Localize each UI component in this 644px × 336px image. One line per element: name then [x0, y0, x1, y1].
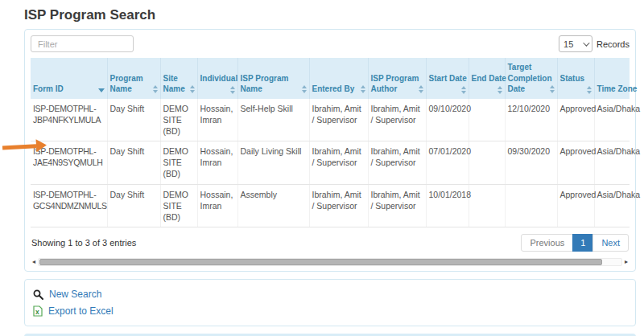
- sort-both-icon: [361, 85, 365, 93]
- table-header-row: Form ID Program Name Site Name Individua…: [31, 58, 630, 99]
- cell-program-name: Day Shift: [107, 141, 160, 185]
- column-header-label: Target Completion Date: [508, 63, 552, 93]
- sort-both-icon: [550, 85, 555, 93]
- column-header-site-name[interactable]: Site Name: [160, 58, 197, 99]
- page-title: ISP Program Search: [24, 7, 644, 23]
- table-row[interactable]: ISP-DEMOTPHL-JAE4N9SYQMULH Day Shift DEM…: [31, 141, 630, 185]
- cell-end-date: [469, 99, 505, 141]
- entries-summary: Showing 1 to 3 of 3 entries: [31, 238, 136, 248]
- records-select[interactable]: 15: [559, 35, 592, 52]
- sort-both-icon: [419, 85, 423, 93]
- column-header-label: Site Name: [163, 74, 185, 94]
- column-header-time-zone[interactable]: Time Zone: [594, 58, 630, 99]
- records-label: Records: [597, 39, 630, 49]
- cell-isp-program-name: Assembly: [237, 184, 309, 227]
- records-per-page: 15 Records: [559, 35, 630, 52]
- cell-entered-by: Ibrahim, Amit / Supervisor: [309, 184, 368, 227]
- pagination: Previous 1 Next: [522, 234, 629, 252]
- search-icon: [33, 289, 43, 300]
- pagination-next-button[interactable]: Next: [592, 234, 629, 252]
- cell-program-name: Day Shift: [107, 184, 160, 227]
- cell-target-completion-date: [505, 184, 557, 227]
- column-header-end-date[interactable]: End Date: [469, 58, 505, 99]
- cell-status: Approved: [557, 99, 594, 141]
- sort-both-icon: [302, 85, 307, 93]
- cell-individual: Hossain, Imran: [197, 184, 237, 227]
- sort-both-icon: [461, 86, 466, 94]
- cell-target-completion-date: 12/10/2020: [505, 99, 557, 141]
- cell-time-zone: Asia/Dhaka: [594, 184, 630, 227]
- sort-desc-icon: [98, 88, 105, 92]
- column-header-label: Form ID: [33, 84, 64, 93]
- cell-end-date: [469, 141, 505, 185]
- cell-isp-program-name: Daily Living Skill: [237, 141, 309, 185]
- cell-time-zone: Asia/Dhaka: [594, 141, 630, 185]
- svg-text:x: x: [35, 308, 39, 316]
- horizontal-scrollbar[interactable]: ◂ ▸: [31, 257, 630, 266]
- cell-site-name: DEMO SITE (BD): [160, 141, 197, 185]
- cell-start-date: 10/01/2018: [426, 184, 469, 227]
- cell-form-id: ISP-DEMOTPHL-JBP4NFKYLMULA: [31, 99, 107, 141]
- cell-individual: Hossain, Imran: [197, 141, 237, 185]
- filter-input[interactable]: [31, 35, 134, 52]
- cell-isp-program-name: Self-Help Skill: [237, 99, 309, 141]
- results-panel: 15 Records Form ID Program Name Site Nam…: [24, 29, 636, 272]
- cell-individual: Hossain, Imran: [197, 99, 237, 141]
- cell-start-date: 09/10/2020: [426, 99, 469, 141]
- column-header-label: End Date: [472, 74, 506, 83]
- column-header-isp-program-name[interactable]: ISP Program Name: [237, 58, 309, 99]
- cell-program-name: Day Shift: [107, 99, 160, 141]
- column-header-program-name[interactable]: Program Name: [107, 58, 160, 99]
- cell-target-completion-date: 09/30/2020: [505, 141, 557, 185]
- scroll-right-icon[interactable]: ▸: [623, 257, 630, 266]
- scrollbar-thumb[interactable]: [39, 259, 602, 265]
- cell-isp-program-author: Ibrahim, Amit / Supervisor: [368, 141, 426, 185]
- cell-form-id: ISP-DEMOTPHL-GCS4NDMZNMULS: [31, 184, 107, 227]
- annotation-arrow-icon: [2, 139, 48, 154]
- scrollbar-track[interactable]: [38, 258, 622, 266]
- excel-file-icon: x: [33, 305, 43, 317]
- column-header-label: ISP Program Name: [241, 74, 289, 94]
- column-header-isp-program-author[interactable]: ISP Program Author: [368, 58, 426, 99]
- cell-isp-program-author: Ibrahim, Amit / Supervisor: [368, 184, 426, 227]
- export-excel-link[interactable]: x Export to Excel: [33, 305, 114, 317]
- cell-time-zone: Asia/Dhaka: [594, 99, 630, 141]
- column-header-label: ISP Program Author: [371, 74, 419, 94]
- sort-both-icon: [153, 85, 158, 93]
- cell-isp-program-author: Ibrahim, Amit / Supervisor: [368, 99, 426, 141]
- results-table: Form ID Program Name Site Name Individua…: [31, 58, 630, 227]
- column-header-entered-by[interactable]: Entered By: [309, 58, 368, 99]
- cell-entered-by: Ibrahim, Amit / Supervisor: [309, 141, 368, 185]
- scroll-left-icon[interactable]: ◂: [31, 257, 37, 266]
- table-row[interactable]: ISP-DEMOTPHL-JBP4NFKYLMULA Day Shift DEM…: [31, 99, 630, 141]
- column-header-label: Time Zone: [597, 84, 638, 93]
- cell-status: Approved: [557, 184, 594, 227]
- column-header-individual[interactable]: Individual: [197, 58, 237, 99]
- new-search-label: New Search: [49, 289, 101, 300]
- column-header-form-id[interactable]: Form ID: [31, 58, 107, 99]
- cell-status: Approved: [557, 141, 594, 185]
- column-header-start-date[interactable]: Start Date: [426, 58, 469, 99]
- column-header-target-completion-date[interactable]: Target Completion Date: [505, 58, 557, 99]
- pagination-previous-button[interactable]: Previous: [521, 234, 573, 252]
- cell-end-date: [469, 184, 505, 227]
- new-search-link[interactable]: New Search: [33, 289, 101, 300]
- records-select-value: 15: [564, 39, 573, 49]
- export-excel-label: Export to Excel: [48, 305, 114, 317]
- chevron-down-icon: [583, 39, 589, 46]
- pagination-page-1-button[interactable]: 1: [572, 234, 593, 252]
- column-header-label: Status: [560, 74, 585, 83]
- sort-both-icon: [497, 86, 502, 94]
- sort-both-icon: [230, 86, 235, 94]
- table-row[interactable]: ISP-DEMOTPHL-GCS4NDMZNMULS Day Shift DEM…: [31, 184, 630, 227]
- cell-entered-by: Ibrahim, Amit / Supervisor: [309, 99, 368, 141]
- column-header-label: Program Name: [110, 74, 143, 94]
- sort-both-icon: [587, 86, 592, 94]
- column-header-label: Individual: [200, 74, 238, 83]
- table-toolbar: 15 Records: [31, 35, 630, 52]
- column-header-status[interactable]: Status: [557, 58, 594, 99]
- actions-panel: New Search x Export to Excel: [24, 279, 636, 326]
- column-header-label: Entered By: [312, 84, 355, 93]
- sort-both-icon: [190, 85, 195, 93]
- cell-site-name: DEMO SITE (BD): [160, 99, 197, 141]
